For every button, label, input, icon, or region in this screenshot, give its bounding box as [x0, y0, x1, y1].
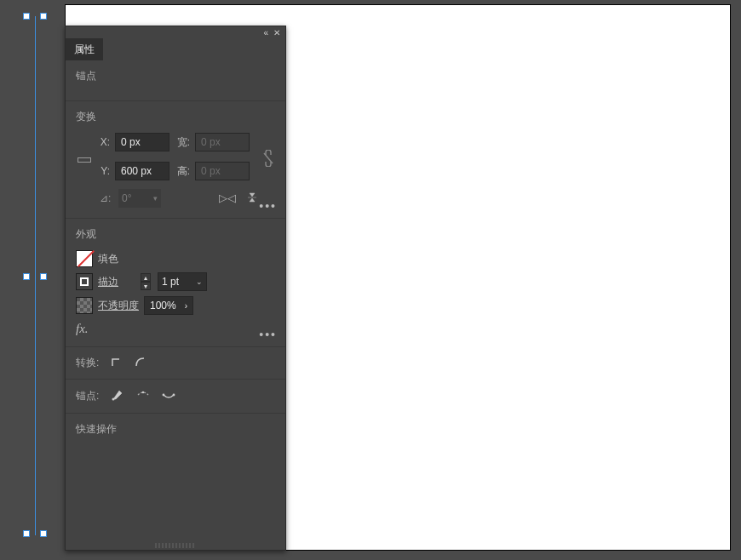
- fill-swatch[interactable]: [76, 250, 93, 267]
- pen-remove-icon[interactable]: [111, 388, 124, 404]
- angle-icon: ⊿:: [100, 192, 113, 204]
- selection-handle-mid-right[interactable]: [40, 273, 47, 280]
- svg-point-3: [163, 394, 165, 397]
- panel-titlebar: « ✕: [66, 26, 285, 38]
- stepper-down-icon[interactable]: ▾: [141, 282, 151, 290]
- reference-point-selector[interactable]: [76, 151, 86, 167]
- link-wh-icon[interactable]: [261, 150, 275, 169]
- stroke-stepper[interactable]: ▴ ▾: [141, 273, 151, 290]
- quick-actions-title: 快速操作: [76, 423, 117, 435]
- tab-properties[interactable]: 属性: [66, 38, 103, 60]
- cut-path-icon[interactable]: [136, 388, 150, 404]
- h-input[interactable]: [195, 162, 250, 180]
- y-label: Y:: [95, 165, 110, 177]
- properties-panel: « ✕ 属性 锚点 变换 X: 宽: Y: 高:: [65, 26, 286, 551]
- stroke-weight-value: 1 pt: [162, 276, 194, 288]
- y-input[interactable]: [115, 162, 169, 180]
- selection-handle-top-right[interactable]: [40, 13, 47, 20]
- connect-path-icon[interactable]: [162, 388, 175, 404]
- w-input[interactable]: [195, 133, 250, 151]
- svg-point-4: [173, 394, 175, 397]
- chevron-right-icon: ›: [185, 301, 187, 311]
- svg-point-1: [112, 398, 115, 401]
- close-icon[interactable]: ✕: [273, 28, 280, 37]
- fill-label: 填色: [98, 252, 118, 266]
- stroke-weight-input[interactable]: 1 pt ⌄: [158, 272, 207, 291]
- anchor-type-label: 锚点: [76, 69, 275, 83]
- selection-handle-bottom-left[interactable]: [23, 530, 30, 537]
- panel-tabs: 属性: [66, 38, 285, 60]
- chevron-down-icon: ▾: [153, 194, 158, 203]
- opacity-label[interactable]: 不透明度: [98, 299, 139, 313]
- selection-handle-mid-left[interactable]: [23, 273, 30, 280]
- panel-resize-grip[interactable]: [155, 543, 196, 548]
- chevron-down-icon: ⌄: [196, 277, 203, 286]
- angle-value: 0°: [122, 192, 131, 204]
- selection-path[interactable]: [35, 16, 36, 535]
- x-input[interactable]: [115, 133, 169, 151]
- stroke-swatch[interactable]: [76, 273, 93, 290]
- transform-title: 变换: [76, 110, 275, 124]
- collapse-icon[interactable]: «: [263, 28, 268, 37]
- w-label: 宽:: [175, 135, 190, 150]
- svg-point-2: [142, 391, 144, 393]
- h-label: 高:: [175, 164, 190, 179]
- convert-label: 转换:: [76, 356, 99, 370]
- selection-handle-top-left[interactable]: [23, 13, 30, 20]
- convert-corner-icon[interactable]: [111, 356, 123, 370]
- flip-horizontal-icon[interactable]: ▷◁: [219, 191, 236, 206]
- convert-smooth-icon[interactable]: [135, 356, 146, 370]
- opacity-input[interactable]: 100% ›: [144, 296, 193, 315]
- x-label: X:: [95, 136, 110, 148]
- appearance-more-icon[interactable]: •••: [259, 328, 277, 341]
- angle-dropdown[interactable]: 0° ▾: [118, 189, 161, 208]
- section-quick-actions: 快速操作: [66, 414, 285, 445]
- flip-vertical-icon[interactable]: [246, 191, 258, 206]
- row-anchor-tools: 锚点:: [66, 380, 285, 414]
- transform-more-icon[interactable]: •••: [259, 199, 277, 213]
- selection-handle-bottom-right[interactable]: [40, 530, 47, 537]
- stepper-up-icon[interactable]: ▴: [141, 273, 151, 282]
- row-convert: 转换:: [66, 347, 285, 380]
- fx-button[interactable]: fx.: [76, 322, 275, 336]
- section-anchor-type: 锚点: [66, 60, 285, 101]
- anchor-tools-label: 锚点:: [76, 389, 99, 403]
- section-appearance: 外观 填色 描边 ▴ ▾ 1 pt ⌄ 不透明度 100% ›: [66, 219, 285, 347]
- section-transform: 变换 X: 宽: Y: 高:: [66, 101, 285, 219]
- opacity-value: 100%: [150, 300, 176, 311]
- opacity-swatch[interactable]: [76, 297, 93, 314]
- appearance-title: 外观: [76, 227, 275, 242]
- stroke-label[interactable]: 描边: [98, 275, 118, 289]
